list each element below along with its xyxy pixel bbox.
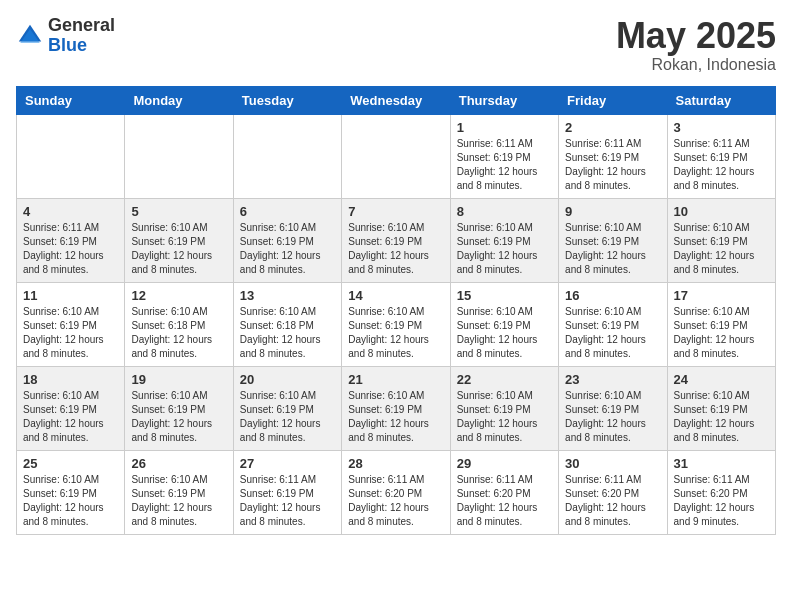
day-number: 29 bbox=[457, 456, 552, 471]
calendar-day-cell: 1Sunrise: 6:11 AM Sunset: 6:19 PM Daylig… bbox=[450, 114, 558, 198]
calendar-header-row: SundayMondayTuesdayWednesdayThursdayFrid… bbox=[17, 86, 776, 114]
day-number: 27 bbox=[240, 456, 335, 471]
day-info: Sunrise: 6:10 AM Sunset: 6:19 PM Dayligh… bbox=[348, 389, 443, 445]
day-info: Sunrise: 6:10 AM Sunset: 6:19 PM Dayligh… bbox=[674, 305, 769, 361]
calendar-day-cell: 16Sunrise: 6:10 AM Sunset: 6:19 PM Dayli… bbox=[559, 282, 667, 366]
day-info: Sunrise: 6:10 AM Sunset: 6:19 PM Dayligh… bbox=[131, 389, 226, 445]
day-number: 13 bbox=[240, 288, 335, 303]
day-info: Sunrise: 6:10 AM Sunset: 6:19 PM Dayligh… bbox=[674, 389, 769, 445]
calendar-day-header: Monday bbox=[125, 86, 233, 114]
calendar-day-cell: 10Sunrise: 6:10 AM Sunset: 6:19 PM Dayli… bbox=[667, 198, 775, 282]
calendar-day-cell: 6Sunrise: 6:10 AM Sunset: 6:19 PM Daylig… bbox=[233, 198, 341, 282]
day-info: Sunrise: 6:11 AM Sunset: 6:20 PM Dayligh… bbox=[348, 473, 443, 529]
day-number: 30 bbox=[565, 456, 660, 471]
calendar-day-header: Saturday bbox=[667, 86, 775, 114]
day-info: Sunrise: 6:10 AM Sunset: 6:19 PM Dayligh… bbox=[674, 221, 769, 277]
day-info: Sunrise: 6:10 AM Sunset: 6:19 PM Dayligh… bbox=[240, 221, 335, 277]
month-title: May 2025 bbox=[616, 16, 776, 56]
day-info: Sunrise: 6:10 AM Sunset: 6:19 PM Dayligh… bbox=[23, 473, 118, 529]
day-info: Sunrise: 6:11 AM Sunset: 6:19 PM Dayligh… bbox=[565, 137, 660, 193]
calendar-day-cell: 25Sunrise: 6:10 AM Sunset: 6:19 PM Dayli… bbox=[17, 450, 125, 534]
day-number: 2 bbox=[565, 120, 660, 135]
logo-icon bbox=[16, 22, 44, 50]
day-info: Sunrise: 6:11 AM Sunset: 6:19 PM Dayligh… bbox=[240, 473, 335, 529]
calendar-day-cell: 2Sunrise: 6:11 AM Sunset: 6:19 PM Daylig… bbox=[559, 114, 667, 198]
logo-general: General bbox=[48, 16, 115, 36]
day-number: 12 bbox=[131, 288, 226, 303]
calendar-day-cell: 7Sunrise: 6:10 AM Sunset: 6:19 PM Daylig… bbox=[342, 198, 450, 282]
day-info: Sunrise: 6:11 AM Sunset: 6:19 PM Dayligh… bbox=[23, 221, 118, 277]
location: Rokan, Indonesia bbox=[616, 56, 776, 74]
day-number: 21 bbox=[348, 372, 443, 387]
day-number: 25 bbox=[23, 456, 118, 471]
day-number: 3 bbox=[674, 120, 769, 135]
calendar-day-cell: 12Sunrise: 6:10 AM Sunset: 6:18 PM Dayli… bbox=[125, 282, 233, 366]
day-number: 9 bbox=[565, 204, 660, 219]
day-info: Sunrise: 6:10 AM Sunset: 6:19 PM Dayligh… bbox=[131, 473, 226, 529]
calendar-week-row: 4Sunrise: 6:11 AM Sunset: 6:19 PM Daylig… bbox=[17, 198, 776, 282]
calendar-day-cell: 5Sunrise: 6:10 AM Sunset: 6:19 PM Daylig… bbox=[125, 198, 233, 282]
calendar-day-cell bbox=[342, 114, 450, 198]
day-info: Sunrise: 6:10 AM Sunset: 6:19 PM Dayligh… bbox=[348, 305, 443, 361]
day-number: 24 bbox=[674, 372, 769, 387]
calendar-day-cell: 26Sunrise: 6:10 AM Sunset: 6:19 PM Dayli… bbox=[125, 450, 233, 534]
day-number: 7 bbox=[348, 204, 443, 219]
day-info: Sunrise: 6:10 AM Sunset: 6:19 PM Dayligh… bbox=[457, 221, 552, 277]
day-info: Sunrise: 6:11 AM Sunset: 6:19 PM Dayligh… bbox=[674, 137, 769, 193]
logo: General Blue bbox=[16, 16, 115, 56]
day-number: 19 bbox=[131, 372, 226, 387]
day-number: 1 bbox=[457, 120, 552, 135]
calendar-day-cell: 14Sunrise: 6:10 AM Sunset: 6:19 PM Dayli… bbox=[342, 282, 450, 366]
calendar-week-row: 11Sunrise: 6:10 AM Sunset: 6:19 PM Dayli… bbox=[17, 282, 776, 366]
calendar-day-cell: 30Sunrise: 6:11 AM Sunset: 6:20 PM Dayli… bbox=[559, 450, 667, 534]
day-number: 14 bbox=[348, 288, 443, 303]
calendar-day-header: Wednesday bbox=[342, 86, 450, 114]
calendar-week-row: 1Sunrise: 6:11 AM Sunset: 6:19 PM Daylig… bbox=[17, 114, 776, 198]
calendar-day-cell: 31Sunrise: 6:11 AM Sunset: 6:20 PM Dayli… bbox=[667, 450, 775, 534]
day-info: Sunrise: 6:10 AM Sunset: 6:19 PM Dayligh… bbox=[23, 305, 118, 361]
day-number: 22 bbox=[457, 372, 552, 387]
calendar-day-cell: 24Sunrise: 6:10 AM Sunset: 6:19 PM Dayli… bbox=[667, 366, 775, 450]
day-info: Sunrise: 6:10 AM Sunset: 6:19 PM Dayligh… bbox=[565, 221, 660, 277]
day-info: Sunrise: 6:10 AM Sunset: 6:19 PM Dayligh… bbox=[457, 389, 552, 445]
calendar-day-cell: 27Sunrise: 6:11 AM Sunset: 6:19 PM Dayli… bbox=[233, 450, 341, 534]
day-number: 17 bbox=[674, 288, 769, 303]
calendar-day-cell: 11Sunrise: 6:10 AM Sunset: 6:19 PM Dayli… bbox=[17, 282, 125, 366]
day-info: Sunrise: 6:10 AM Sunset: 6:19 PM Dayligh… bbox=[348, 221, 443, 277]
calendar-week-row: 25Sunrise: 6:10 AM Sunset: 6:19 PM Dayli… bbox=[17, 450, 776, 534]
calendar-day-cell: 21Sunrise: 6:10 AM Sunset: 6:19 PM Dayli… bbox=[342, 366, 450, 450]
day-number: 8 bbox=[457, 204, 552, 219]
day-info: Sunrise: 6:11 AM Sunset: 6:20 PM Dayligh… bbox=[674, 473, 769, 529]
calendar-day-cell: 29Sunrise: 6:11 AM Sunset: 6:20 PM Dayli… bbox=[450, 450, 558, 534]
day-info: Sunrise: 6:10 AM Sunset: 6:19 PM Dayligh… bbox=[23, 389, 118, 445]
calendar-day-cell: 19Sunrise: 6:10 AM Sunset: 6:19 PM Dayli… bbox=[125, 366, 233, 450]
day-number: 18 bbox=[23, 372, 118, 387]
day-info: Sunrise: 6:10 AM Sunset: 6:19 PM Dayligh… bbox=[240, 389, 335, 445]
day-number: 28 bbox=[348, 456, 443, 471]
calendar-day-cell: 3Sunrise: 6:11 AM Sunset: 6:19 PM Daylig… bbox=[667, 114, 775, 198]
day-number: 26 bbox=[131, 456, 226, 471]
day-number: 4 bbox=[23, 204, 118, 219]
calendar-day-cell: 8Sunrise: 6:10 AM Sunset: 6:19 PM Daylig… bbox=[450, 198, 558, 282]
calendar-day-cell: 22Sunrise: 6:10 AM Sunset: 6:19 PM Dayli… bbox=[450, 366, 558, 450]
day-number: 16 bbox=[565, 288, 660, 303]
page-header: General Blue May 2025 Rokan, Indonesia bbox=[16, 16, 776, 74]
calendar-day-header: Friday bbox=[559, 86, 667, 114]
calendar-day-cell: 9Sunrise: 6:10 AM Sunset: 6:19 PM Daylig… bbox=[559, 198, 667, 282]
calendar-day-cell bbox=[125, 114, 233, 198]
day-info: Sunrise: 6:11 AM Sunset: 6:19 PM Dayligh… bbox=[457, 137, 552, 193]
calendar-day-cell: 4Sunrise: 6:11 AM Sunset: 6:19 PM Daylig… bbox=[17, 198, 125, 282]
calendar-day-cell: 17Sunrise: 6:10 AM Sunset: 6:19 PM Dayli… bbox=[667, 282, 775, 366]
calendar-day-cell: 18Sunrise: 6:10 AM Sunset: 6:19 PM Dayli… bbox=[17, 366, 125, 450]
calendar-day-header: Thursday bbox=[450, 86, 558, 114]
calendar-day-cell: 13Sunrise: 6:10 AM Sunset: 6:18 PM Dayli… bbox=[233, 282, 341, 366]
day-info: Sunrise: 6:10 AM Sunset: 6:19 PM Dayligh… bbox=[457, 305, 552, 361]
calendar-day-header: Tuesday bbox=[233, 86, 341, 114]
day-info: Sunrise: 6:11 AM Sunset: 6:20 PM Dayligh… bbox=[565, 473, 660, 529]
day-number: 10 bbox=[674, 204, 769, 219]
day-number: 6 bbox=[240, 204, 335, 219]
day-info: Sunrise: 6:10 AM Sunset: 6:18 PM Dayligh… bbox=[240, 305, 335, 361]
calendar-day-cell bbox=[17, 114, 125, 198]
day-info: Sunrise: 6:10 AM Sunset: 6:19 PM Dayligh… bbox=[565, 389, 660, 445]
title-block: May 2025 Rokan, Indonesia bbox=[616, 16, 776, 74]
